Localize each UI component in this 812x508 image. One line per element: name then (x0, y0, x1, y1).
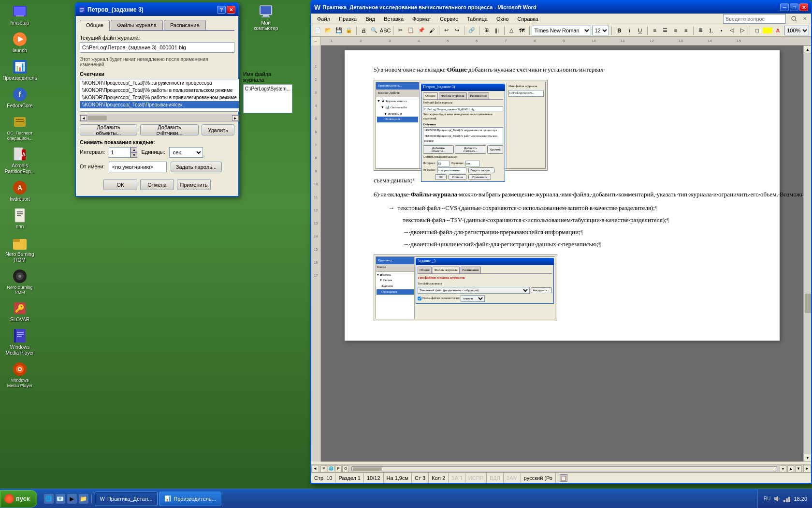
icon-nero[interactable]: Nero BurningROM (2, 267, 37, 297)
word-search-input[interactable] (723, 14, 786, 24)
mini-interval-input[interactable] (437, 161, 450, 166)
tray-volume-icon[interactable] (773, 495, 781, 503)
tab-logfiles[interactable]: Файлы журнала (111, 20, 163, 30)
icon-proizvoditel[interactable]: 📊 Производитель (2, 58, 37, 83)
start-button[interactable]: пуск (0, 490, 37, 508)
toolbar-align-right[interactable]: ≡ (671, 26, 681, 35)
counters-hscrollbar[interactable]: ◄ ► (80, 115, 239, 121)
toolbar-preview[interactable]: 🔍 (370, 26, 379, 35)
mini-units-input[interactable] (465, 161, 480, 166)
toolbar-drawing[interactable]: △ (507, 26, 516, 35)
word-maximize-btn[interactable]: □ (790, 3, 798, 11)
toolbar-linespacing[interactable]: ≣ (696, 26, 706, 35)
toolbar-undo[interactable]: ↩ (442, 26, 451, 35)
page-prev-obj-btn[interactable]: ● (780, 465, 786, 472)
add-objects-btn[interactable]: Добавить объекты... (80, 124, 137, 135)
menu-window[interactable]: Окно (493, 15, 513, 23)
tray-network-icon[interactable] (783, 495, 791, 503)
toolbar-decrease-indent[interactable]: ◁ (727, 26, 737, 35)
cancel-btn[interactable]: Отмена (140, 179, 174, 190)
word-search-btn[interactable] (789, 14, 799, 24)
toolbar-docmap[interactable]: 🗺 (517, 26, 527, 35)
hscroll-thumb-counters[interactable] (87, 116, 107, 120)
menu-insert[interactable]: Вставка (380, 15, 407, 23)
mini-add-counters[interactable]: Добавить счётчики... (455, 145, 486, 154)
icon-registry[interactable]: 🔑 SLOVAR (2, 299, 37, 324)
icon-abbyy[interactable]: A Acronis PartitionExp... (2, 145, 37, 176)
from-input[interactable] (109, 162, 167, 172)
units-select[interactable]: сек. (169, 147, 203, 158)
mini-consol-2[interactable]: Консол (377, 265, 386, 270)
delete-btn[interactable]: Удалить (202, 124, 234, 135)
mini-tab2-schedule[interactable]: Расписание (461, 267, 481, 273)
mini-cancel[interactable]: Отмена (449, 174, 467, 180)
tab-schedule[interactable]: Расписание (164, 20, 206, 30)
counter-3[interactable]: \\KONDR\Процессор(_Total)\% работы в при… (80, 94, 239, 101)
mini-pwd-btn[interactable]: Задать пароль... (468, 167, 494, 173)
toolbar-font-color[interactable]: A (773, 26, 783, 35)
view-outline-btn[interactable]: O (342, 465, 349, 472)
spinner-up-btn[interactable]: ▲ (130, 147, 137, 152)
mini-tab-files[interactable]: Файлы журнала (439, 92, 467, 99)
toolbar-spell[interactable]: ABC (380, 26, 391, 35)
toolbar-bullets[interactable]: • (717, 26, 726, 35)
hscroll-r[interactable]: ► (232, 115, 239, 121)
taskbar-item-perf[interactable]: 📊 Производитель... (159, 492, 221, 506)
toolbar-save[interactable]: 💾 (334, 26, 344, 35)
mini-tab-general[interactable]: Общие (423, 92, 438, 99)
toolbar-redo[interactable]: ↪ (452, 26, 462, 35)
toolbar-permission[interactable]: 🔒 (345, 26, 354, 35)
mini-filename-checkbox[interactable] (418, 297, 421, 300)
toolbar-paste[interactable]: 📌 (417, 26, 426, 35)
icon-acronis[interactable]: A fwdreport (2, 179, 37, 204)
mini-delete[interactable]: Удалить (487, 145, 503, 154)
icon-nnn[interactable]: Nero Burning ROM (2, 234, 37, 265)
icon-dc-haspport[interactable]: ОС_Паспортоперацион... (2, 113, 37, 143)
ok-btn[interactable]: ОК (103, 179, 137, 190)
mini-add-objects[interactable]: Добавить объекты... (423, 145, 454, 154)
view-print-btn[interactable]: P (335, 465, 342, 472)
icon-launch[interactable]: launch (2, 30, 37, 55)
icon-windows-media[interactable]: WindowsMedia Player (2, 360, 37, 390)
toolbar-print[interactable]: 🖨 (359, 26, 369, 35)
toolbar-hyperlink[interactable]: 🔗 (467, 26, 477, 35)
word-minimize-btn[interactable]: ─ (780, 3, 789, 11)
mini-tab2-general[interactable]: Общие (418, 267, 432, 273)
toolbar-justify[interactable]: ≡ (681, 26, 691, 35)
mini-tab2-files[interactable]: Файлы журнала (433, 267, 460, 273)
menu-file[interactable]: Файл (313, 15, 334, 23)
hscroll-right-btn[interactable]: ► (803, 465, 811, 473)
toolbar-underline[interactable]: U (635, 26, 645, 35)
dialog-close-btn[interactable]: ✕ (227, 6, 235, 14)
font-selector[interactable]: Times New Roman (532, 26, 591, 35)
font-size-selector[interactable]: 12 (592, 26, 609, 35)
tab-general[interactable]: Общие (80, 20, 110, 31)
mini-btn-consol[interactable]: Консол (378, 90, 389, 96)
toolbar-table[interactable]: ⊞ (481, 26, 491, 35)
toolbar-highlight[interactable] (763, 28, 772, 33)
menu-table[interactable]: Таблица (463, 15, 492, 23)
toolbar-cut[interactable]: ✂ (396, 26, 406, 35)
current-log-input[interactable] (80, 42, 234, 53)
toolbar-copy[interactable]: 📋 (406, 26, 416, 35)
word-help-btn[interactable]: ✕ (800, 15, 809, 23)
ql-email-icon[interactable]: 📧 (56, 494, 65, 504)
toolbar-columns[interactable]: ||| (492, 26, 502, 35)
vscroll-down-btn[interactable]: ▼ (804, 454, 811, 462)
apply-btn[interactable]: Применить (177, 179, 211, 190)
vscroll-up-btn[interactable]: ▲ (804, 45, 811, 53)
word-close-btn[interactable]: ✕ (799, 3, 808, 11)
toolbar-bold[interactable]: B (614, 26, 624, 35)
icon-hmsetup[interactable]: hmsetup (2, 2, 37, 28)
toolbar-align-left[interactable]: ≡ (650, 26, 660, 35)
icon-fwdreport[interactable]: nnn (2, 206, 37, 231)
zoom-selector[interactable]: 100% (784, 26, 809, 35)
mini-apply[interactable]: Применить (468, 174, 491, 180)
hscroll-l[interactable]: ◄ (80, 115, 87, 121)
hscroll-thumb[interactable] (353, 467, 382, 471)
page-next-btn[interactable]: ▼ (795, 465, 802, 472)
ql-winmedia-icon[interactable]: ▶ (67, 494, 77, 504)
spinner-down-btn[interactable]: ▼ (130, 152, 137, 158)
tray-layout-indicator[interactable]: RU (763, 495, 771, 502)
mini-tab-schedule[interactable]: Расписание (468, 92, 490, 99)
